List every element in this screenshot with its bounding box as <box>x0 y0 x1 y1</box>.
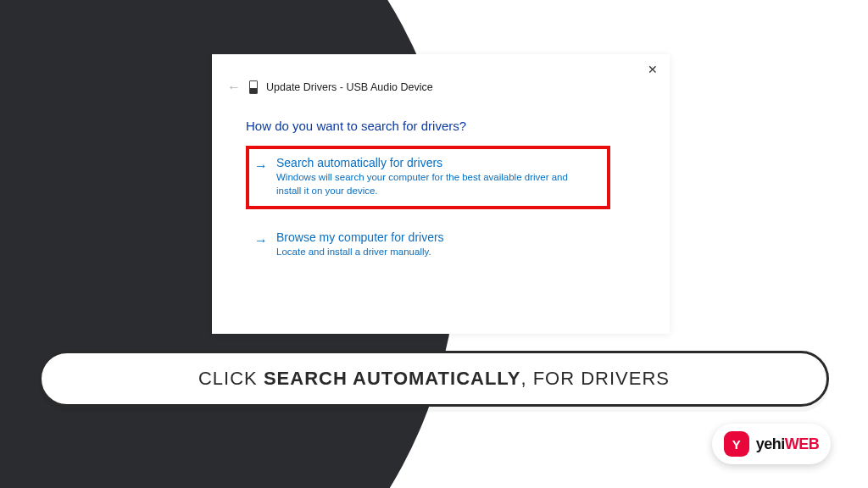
instruction-caption: CLICK SEARCH AUTOMATICALLY, FOR DRIVERS <box>39 351 829 407</box>
brand-name: yehiWEB <box>756 435 820 453</box>
brand-logo-icon: Y <box>724 431 749 457</box>
option-search-automatically[interactable]: → Search automatically for drivers Windo… <box>246 146 610 209</box>
brand-badge: Y yehiWEB <box>712 424 831 464</box>
brand-name-b: WEB <box>785 435 820 452</box>
caption-post: , FOR DRIVERS <box>520 368 670 389</box>
dialog-header: ← Update Drivers - USB Audio Device <box>227 80 433 95</box>
arrow-right-icon: → <box>254 232 268 248</box>
option-title: Search automatically for drivers <box>276 156 598 169</box>
caption-pre: CLICK <box>198 368 264 389</box>
option-browse-computer[interactable]: → Browse my computer for drivers Locate … <box>246 224 610 268</box>
device-icon <box>249 80 258 94</box>
option-desc: Windows will search your computer for th… <box>276 171 590 197</box>
option-desc: Locate and install a driver manually. <box>276 246 590 259</box>
option-title: Browse my computer for drivers <box>276 230 602 244</box>
brand-icon-letter: Y <box>732 437 741 452</box>
arrow-right-icon: → <box>254 158 268 174</box>
dialog-question: How do you want to search for drivers? <box>246 119 466 133</box>
caption-bold: SEARCH AUTOMATICALLY <box>264 368 521 389</box>
brand-name-a: yehi <box>756 435 785 452</box>
close-icon[interactable]: ✕ <box>648 63 658 76</box>
back-arrow-icon[interactable]: ← <box>227 80 241 95</box>
caption-text: CLICK SEARCH AUTOMATICALLY, FOR DRIVERS <box>198 368 670 390</box>
update-drivers-dialog: ✕ ← Update Drivers - USB Audio Device Ho… <box>212 54 670 334</box>
dialog-title: Update Drivers - USB Audio Device <box>266 81 433 93</box>
